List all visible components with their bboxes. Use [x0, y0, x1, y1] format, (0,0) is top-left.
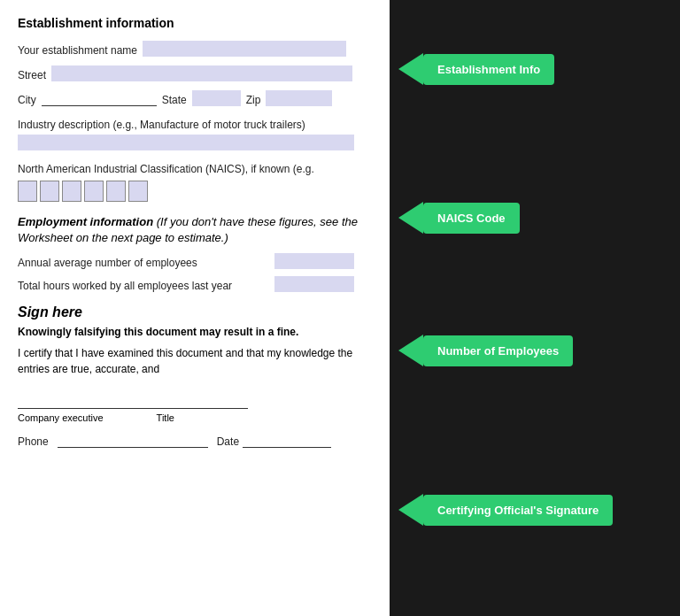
annual-label: Annual average number of employees: [18, 257, 197, 269]
naics-box-2[interactable]: [40, 181, 59, 202]
phone-input[interactable]: [58, 432, 208, 448]
naics-label-badge: NAICS Code: [423, 203, 520, 234]
establishment-title: Establishment information: [18, 16, 372, 30]
zip-label: Zip: [246, 94, 261, 106]
naics-arrow-pointer: [398, 202, 423, 234]
annual-employees-input[interactable]: [274, 253, 354, 269]
company-label: Company executive: [18, 412, 104, 423]
date-input[interactable]: [243, 432, 331, 448]
signature-arrow: Certifying Official's Signature: [398, 494, 613, 526]
employment-title: Employment information (If you don't hav…: [18, 214, 372, 246]
establishment-arrow-pointer: [398, 53, 423, 85]
employees-arrow: Number of Employees: [398, 335, 573, 366]
naics-label: North American Industrial Classification…: [18, 163, 372, 175]
state-label: State: [162, 94, 187, 106]
city-input[interactable]: [42, 90, 157, 106]
street-label: Street: [18, 69, 46, 81]
date-label: Date: [217, 435, 239, 448]
date-section: Date: [217, 432, 331, 448]
state-input[interactable]: [192, 90, 241, 106]
name-label: Your establishment name: [18, 44, 137, 57]
naics-box-5[interactable]: [106, 181, 126, 202]
industry-label: Industry description (e.g., Manufacture …: [18, 119, 372, 131]
employment-bold-label: Employment information: [18, 215, 153, 228]
employees-arrow-pointer: [398, 335, 423, 366]
city-state-zip-row: City State Zip: [18, 90, 372, 106]
name-input[interactable]: [143, 41, 346, 57]
warning-text: Knowingly falsifying this document may r…: [18, 326, 372, 338]
establishment-info-arrow: Establishment Info: [398, 53, 554, 85]
hours-label: Total hours worked by all employees last…: [18, 280, 232, 292]
sig-labels: Company executive Title: [18, 412, 372, 423]
signature-line[interactable]: [18, 389, 248, 409]
street-row: Street: [18, 65, 372, 81]
certify-text: I certify that I have examined this docu…: [18, 345, 372, 377]
naics-section: North American Industrial Classification…: [18, 163, 372, 202]
title-label-text: Title: [157, 412, 174, 423]
bottom-row: Phone Date: [18, 432, 372, 448]
sign-title: Sign here: [18, 304, 372, 320]
employees-label-badge: Number of Employees: [423, 335, 573, 366]
phone-label: Phone: [18, 435, 49, 448]
zip-input[interactable]: [266, 90, 332, 106]
hours-input[interactable]: [274, 276, 354, 292]
form-section: Establishment information Your establish…: [0, 0, 390, 616]
annual-employees-row: Annual average number of employees: [18, 253, 372, 269]
establishment-label: Establishment Info: [423, 54, 554, 85]
industry-section: Industry description (e.g., Manufacture …: [18, 119, 372, 150]
city-label: City: [18, 94, 36, 106]
employment-section: Employment information (If you don't hav…: [18, 214, 372, 292]
naics-box-6[interactable]: [128, 181, 148, 202]
annotation-section: Establishment Info NAICS Code Number of …: [390, 0, 680, 616]
industry-input[interactable]: [18, 135, 354, 150]
signature-arrow-pointer: [398, 494, 423, 526]
naics-boxes: [18, 181, 372, 202]
signature-label-badge: Certifying Official's Signature: [423, 495, 613, 526]
naics-box-4[interactable]: [84, 181, 104, 202]
sign-section: Sign here Knowingly falsifying this docu…: [18, 304, 372, 448]
total-hours-row: Total hours worked by all employees last…: [18, 276, 372, 292]
naics-box-1[interactable]: [18, 181, 37, 202]
naics-box-3[interactable]: [62, 181, 81, 202]
street-input[interactable]: [51, 65, 352, 81]
name-row: Your establishment name: [18, 41, 372, 57]
naics-code-arrow: NAICS Code: [398, 202, 520, 234]
